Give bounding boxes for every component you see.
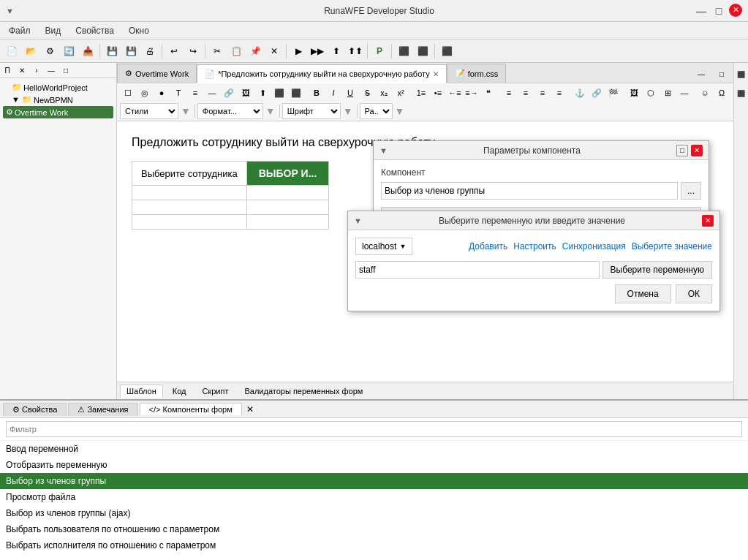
left-tab-x[interactable]: ✕: [15, 63, 29, 77]
add-link[interactable]: Добавить: [469, 241, 507, 251]
ed-shape[interactable]: ⬡: [643, 85, 659, 101]
left-tab-p[interactable]: П: [0, 63, 15, 77]
ed-radio2[interactable]: ●: [154, 85, 170, 101]
ed-align-c[interactable]: ≡: [518, 85, 534, 101]
select-var-cancel[interactable]: Отмена: [615, 284, 671, 303]
ed-align-r[interactable]: ≡: [534, 85, 551, 101]
ed-indent-l[interactable]: ←≡: [447, 85, 463, 101]
tab-template[interactable]: Шаблон: [120, 385, 163, 398]
minimize-button[interactable]: —: [694, 4, 709, 18]
tab-area-min[interactable]: —: [692, 65, 710, 83]
ed-ol[interactable]: 1≡: [413, 85, 429, 101]
toolbar-print[interactable]: 🖨: [141, 42, 159, 60]
bp-tab-remarks[interactable]: ⚠ Замечания: [68, 403, 137, 416]
maximize-button[interactable]: □: [711, 4, 726, 18]
ed-emoji[interactable]: ☺: [697, 85, 713, 101]
ed-dash[interactable]: —: [204, 85, 220, 101]
ed-table[interactable]: ⊞: [660, 85, 676, 101]
toolbar-paste[interactable]: 📌: [246, 42, 264, 60]
bp-tab-components[interactable]: </> Компоненты форм: [140, 403, 242, 415]
list-item-3[interactable]: Просмотр файла: [0, 489, 748, 505]
tab-propose[interactable]: 📄 *Предложить сотруднику выйти на сверху…: [197, 64, 447, 83]
toolbar-save-all[interactable]: 💾: [122, 42, 140, 60]
toolbar-new[interactable]: 📄: [3, 42, 20, 60]
ed-select[interactable]: ≡: [187, 85, 203, 101]
toolbar-deploy2[interactable]: ▶▶: [309, 42, 326, 60]
tab-area-max[interactable]: □: [713, 65, 730, 83]
ed-quote[interactable]: ❝: [480, 85, 496, 101]
comp-params-component-input[interactable]: [381, 182, 678, 200]
toolbar-redo[interactable]: ↪: [184, 42, 202, 60]
toolbar-extra2[interactable]: ⬛: [414, 42, 431, 60]
toolbar-deploy3[interactable]: ⬆: [328, 42, 345, 60]
toolbar-deploy4[interactable]: ⬆⬆: [347, 42, 364, 60]
localhost-button[interactable]: localhost: [355, 238, 412, 255]
size-select[interactable]: Ра...: [360, 103, 393, 119]
tree-item-newbpmn[interactable]: ▼ 📁 NewBPMN: [3, 94, 113, 106]
toolbar-cut[interactable]: ✂: [208, 42, 226, 60]
menu-properties[interactable]: Свойства: [69, 24, 120, 37]
ed-extra2[interactable]: ⬛: [288, 85, 304, 101]
toolbar-open[interactable]: 📂: [22, 42, 39, 60]
select-value-link[interactable]: Выберите значение: [632, 241, 712, 251]
toolbar-settings[interactable]: ⚙: [41, 42, 58, 60]
ed-align-l[interactable]: ≡: [501, 85, 517, 101]
tab-overtime[interactable]: ⚙ Overtime Work: [117, 64, 197, 83]
toolbar-extra3[interactable]: ⬛: [438, 42, 456, 60]
toolbar-import[interactable]: 📥: [79, 42, 97, 60]
ed-img[interactable]: 🖼: [238, 85, 254, 101]
left-tab-minus[interactable]: —: [44, 63, 58, 77]
toolbar-delete[interactable]: ✕: [265, 42, 283, 60]
toolbar-extra1[interactable]: ⬛: [395, 42, 412, 60]
setup-link[interactable]: Настроить: [513, 241, 556, 251]
menu-file[interactable]: Файл: [3, 24, 37, 37]
var-input[interactable]: [355, 261, 600, 279]
close-button[interactable]: ✕: [729, 4, 742, 17]
ed-link[interactable]: 🔗: [221, 85, 237, 101]
list-item-6[interactable]: Выбрать исполнителя по отношению с парам…: [0, 537, 748, 553]
bp-tab-close[interactable]: ✕: [246, 404, 254, 415]
ed-anchor[interactable]: ⚓: [572, 85, 588, 101]
ed-underline[interactable]: U: [342, 85, 358, 101]
ed-bold[interactable]: B: [309, 85, 325, 101]
list-item-0[interactable]: Ввод переменной: [0, 441, 748, 457]
ed-italic[interactable]: I: [325, 85, 341, 101]
ed-upload[interactable]: ⬆: [254, 85, 271, 101]
toolbar-undo[interactable]: ↩: [165, 42, 183, 60]
format-select[interactable]: Формат...: [197, 103, 263, 119]
ed-text[interactable]: T: [170, 85, 186, 101]
toolbar-bold-p[interactable]: P: [371, 42, 388, 60]
select-var-button[interactable]: Выберите переменную: [602, 261, 712, 279]
toolbar-refresh[interactable]: 🔄: [60, 42, 78, 60]
tree-item-overtime[interactable]: ⚙ Overtime Work: [3, 106, 113, 118]
tab-code[interactable]: Код: [166, 385, 193, 398]
tab-validators[interactable]: Валидаторы переменных форм: [238, 385, 369, 398]
toolbar-deploy[interactable]: ▶: [290, 42, 307, 60]
ed-ul[interactable]: •≡: [430, 85, 446, 101]
menu-window[interactable]: Окно: [123, 24, 155, 37]
ed-strike[interactable]: S̶: [359, 85, 375, 101]
right-btn-2[interactable]: ⬛: [733, 85, 749, 102]
ed-extra1[interactable]: ⬛: [271, 85, 287, 101]
ed-hr[interactable]: —: [676, 85, 692, 101]
select-var-ok[interactable]: ОК: [676, 284, 712, 303]
select-var-collapse[interactable]: ▼: [354, 216, 362, 225]
ed-flag[interactable]: 🏁: [605, 85, 622, 101]
bp-tab-properties[interactable]: ⚙ Свойства: [3, 403, 67, 416]
comp-params-minimize[interactable]: □: [676, 145, 688, 156]
tab-script[interactable]: Скрипт: [195, 385, 235, 398]
ed-link2[interactable]: 🔗: [589, 85, 605, 101]
comp-params-collapse[interactable]: ▼: [379, 146, 388, 155]
left-tab-box[interactable]: □: [58, 63, 73, 77]
tab-css[interactable]: 📝 form.css: [447, 64, 507, 83]
select-var-close[interactable]: ✕: [702, 215, 714, 227]
list-item-2[interactable]: Выбор из членов группы: [0, 473, 748, 489]
comp-params-dots-button[interactable]: ...: [681, 182, 701, 200]
table-cell-select[interactable]: ВЫБОР И...: [246, 162, 329, 186]
ed-image[interactable]: 🖼: [626, 85, 642, 101]
ed-checkbox[interactable]: ☐: [120, 85, 136, 101]
select-var-dialog[interactable]: ▼ Выберите переменную или введите значен…: [347, 211, 720, 311]
comp-params-close[interactable]: ✕: [691, 145, 703, 156]
right-btn-1[interactable]: ⬛: [733, 66, 749, 83]
left-tab-arrow[interactable]: ›: [29, 63, 44, 77]
